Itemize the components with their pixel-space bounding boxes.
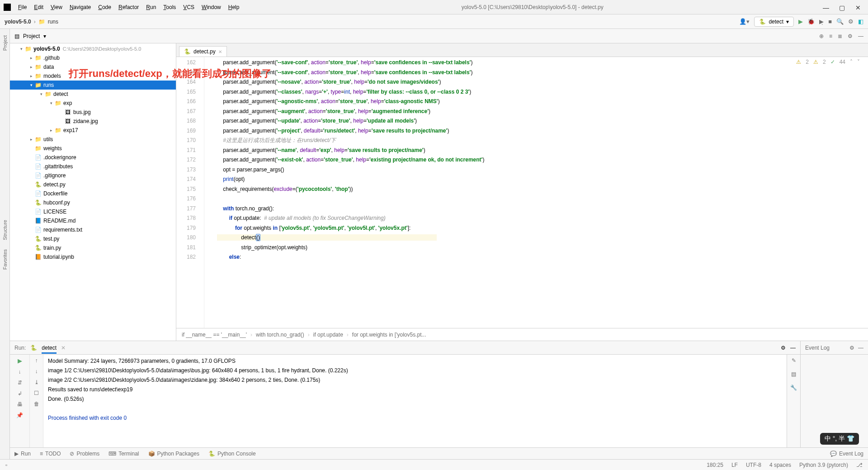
- code-breadcrumbs[interactable]: if __name__ == '__main__'›with torch.no_…: [176, 328, 868, 341]
- close-icon[interactable]: ✕: [61, 345, 66, 351]
- run-button[interactable]: ▶: [798, 18, 803, 25]
- close-button[interactable]: ✕: [855, 4, 862, 10]
- editor-tab-detect[interactable]: 🐍 detect.py ✕: [179, 46, 227, 57]
- tree-item--gitattributes[interactable]: 📄.gitattributes: [10, 162, 176, 171]
- tree-item-readme-md[interactable]: 📘README.md: [10, 216, 176, 225]
- tree-item-models[interactable]: ▸📁models: [10, 71, 176, 81]
- gear-icon[interactable]: ⚙: [849, 345, 854, 351]
- status-indicator-icon[interactable]: ▫: [5, 462, 7, 468]
- export-button[interactable]: ⤓: [34, 379, 39, 385]
- tree-item-hubconf-py[interactable]: 🐍hubconf.py: [10, 198, 176, 207]
- tool-problems[interactable]: ⊘Problems: [70, 451, 99, 457]
- favorites-tool-button[interactable]: Favorites: [2, 249, 8, 270]
- tree-item-data[interactable]: ▸📁data: [10, 62, 176, 71]
- minimize-button[interactable]: —: [823, 4, 829, 10]
- tree-item-exp[interactable]: ▾📁exp: [10, 99, 176, 108]
- search-icon[interactable]: 🔍: [836, 18, 844, 25]
- locate-icon[interactable]: ⊕: [819, 33, 824, 39]
- run-tab[interactable]: detect: [42, 342, 57, 354]
- project-title[interactable]: Project: [23, 33, 40, 39]
- breadcrumb[interactable]: yolov5-5.0 › 📁 runs: [5, 19, 58, 25]
- tree-item-zidane-jpg[interactable]: 🖼zidane.jpg: [10, 117, 176, 126]
- code-crumb[interactable]: with torch.no_grad(): [256, 332, 304, 338]
- tool-event-log[interactable]: 💬Event Log: [830, 451, 863, 457]
- chevron-down-icon[interactable]: ˅: [857, 59, 860, 65]
- hide-icon[interactable]: —: [790, 345, 796, 351]
- up-button[interactable]: ↑: [35, 357, 38, 364]
- tree-item-weights[interactable]: 📁weights: [10, 144, 176, 153]
- tool-python-console[interactable]: 🐍Python Console: [208, 451, 256, 457]
- stop-button[interactable]: ■: [828, 18, 832, 25]
- encoding[interactable]: UTF-8: [746, 462, 761, 468]
- tool-run[interactable]: ▶Run: [14, 451, 31, 457]
- collapse-icon[interactable]: ≣: [838, 33, 842, 39]
- menu-refactor[interactable]: Refactor: [116, 3, 142, 11]
- edit-icon[interactable]: ✎: [792, 357, 796, 364]
- tool-python-packages[interactable]: 📦Python Packages: [148, 451, 199, 457]
- code-crumb[interactable]: if opt.update: [313, 332, 343, 338]
- code-crumb[interactable]: if __name__ == '__main__': [182, 332, 247, 338]
- breadcrumb-folder[interactable]: runs: [48, 19, 58, 25]
- down-button[interactable]: ↓: [35, 368, 38, 375]
- gear-icon[interactable]: ⚙: [781, 345, 786, 351]
- tree-item--dockerignore[interactable]: 📄.dockerignore: [10, 153, 176, 162]
- expand-icon[interactable]: ≡: [829, 33, 832, 39]
- settings-icon[interactable]: ⚙: [848, 18, 854, 25]
- menu-tools[interactable]: Tools: [160, 3, 179, 11]
- hide-icon[interactable]: —: [858, 345, 863, 351]
- close-icon[interactable]: ✕: [218, 49, 222, 54]
- menu-edit[interactable]: Edit: [31, 3, 46, 11]
- tree-item-detect[interactable]: ▾📁detect: [10, 90, 176, 99]
- breadcrumb-project[interactable]: yolov5-5.0: [5, 19, 31, 25]
- code-crumb[interactable]: for opt.weights in ['yolov5s.pt...: [352, 332, 426, 338]
- chevron-down-icon[interactable]: ▾: [43, 33, 46, 39]
- print-button[interactable]: 🖶: [17, 401, 23, 408]
- filter-button[interactable]: ⇵: [18, 380, 22, 386]
- tree-item-dockerfile[interactable]: 📄Dockerfile: [10, 189, 176, 198]
- tree-item-utils[interactable]: ▸📁utils: [10, 135, 176, 144]
- pin-button[interactable]: 📌: [16, 412, 23, 418]
- menu-run[interactable]: Run: [143, 3, 159, 11]
- stop-button[interactable]: ↓: [19, 369, 21, 375]
- tree-item-tutorial-ipynb[interactable]: 📙tutorial.ipynb: [10, 252, 176, 261]
- maximize-button[interactable]: ▢: [839, 4, 845, 10]
- tree-item-exp17[interactable]: ▸📁exp17: [10, 126, 176, 135]
- tree-item-license[interactable]: 📄LICENSE: [10, 207, 176, 216]
- clear-button[interactable]: ☐: [34, 390, 39, 396]
- tree-item-detect-py[interactable]: 🐍detect.py: [10, 180, 176, 189]
- ime-indicator[interactable]: 中 °, 半 👕: [820, 433, 859, 445]
- run-config-selector[interactable]: 🐍 detect ▾: [754, 17, 794, 27]
- tree-item-test-py[interactable]: 🐍test.py: [10, 234, 176, 243]
- line-gutter[interactable]: 1621631641651661671681691701711721731741…: [176, 57, 204, 328]
- tree-item-bus-jpg[interactable]: 🖼bus.jpg: [10, 108, 176, 117]
- menu-code[interactable]: Code: [95, 3, 114, 11]
- interpreter[interactable]: Python 3.9 (pytorch): [799, 462, 848, 468]
- hide-icon[interactable]: —: [858, 33, 863, 39]
- tree-item-requirements-txt[interactable]: 📄requirements.txt: [10, 225, 176, 234]
- console-output[interactable]: Model Summary: 224 layers, 7266973 param…: [43, 355, 787, 447]
- menu-navigate[interactable]: Navigate: [67, 3, 94, 11]
- tree-item-yolov5-5-0[interactable]: ▾📁yolov5-5.0C:\Users\29810\Desktop\yolov…: [10, 44, 176, 53]
- inspections-widget[interactable]: ⚠2 ⚠2 ✓44 ˄˅: [796, 59, 860, 65]
- learn-icon[interactable]: ◧: [858, 18, 863, 25]
- soft-wrap-button[interactable]: ↲: [18, 390, 22, 397]
- indent[interactable]: 4 spaces: [769, 462, 791, 468]
- menu-window[interactable]: Window: [199, 3, 224, 11]
- trash-button[interactable]: 🗑: [34, 401, 39, 407]
- tree-item--gitignore[interactable]: 📄.gitignore: [10, 171, 176, 180]
- editor-body[interactable]: ⚠2 ⚠2 ✓44 ˄˅ 162163164165166167168169170…: [176, 57, 868, 328]
- caret-position[interactable]: 180:25: [707, 462, 723, 468]
- menu-vcs[interactable]: VCS: [180, 3, 197, 11]
- tool-todo[interactable]: ≡TODO: [40, 451, 61, 457]
- tree-item-runs[interactable]: ▾📁runs: [10, 81, 176, 90]
- code-area[interactable]: parser.add_argument('--save-conf', actio…: [204, 57, 868, 328]
- coverage-button[interactable]: ▶̣: [819, 18, 824, 25]
- debug-button[interactable]: 🐞: [807, 18, 815, 25]
- structure-tool-button[interactable]: Structure: [2, 220, 8, 240]
- project-tool-button[interactable]: Project: [2, 35, 8, 51]
- git-branch-icon[interactable]: ⎇: [856, 462, 863, 468]
- tree-item-train-py[interactable]: 🐍train.py: [10, 243, 176, 252]
- menu-file[interactable]: File: [15, 3, 29, 11]
- user-icon[interactable]: 👤▾: [739, 18, 750, 25]
- wrench-icon[interactable]: 🔧: [790, 385, 797, 391]
